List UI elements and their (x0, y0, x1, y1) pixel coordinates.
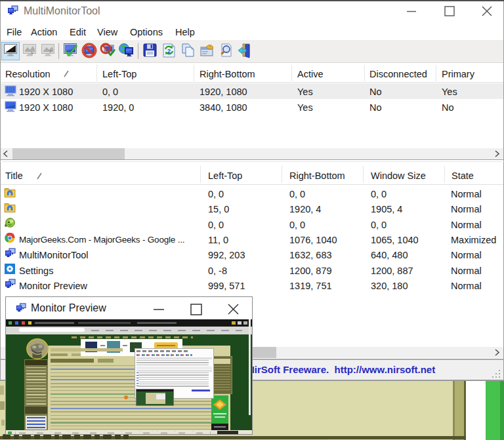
svg-text:2: 2 (167, 48, 171, 54)
